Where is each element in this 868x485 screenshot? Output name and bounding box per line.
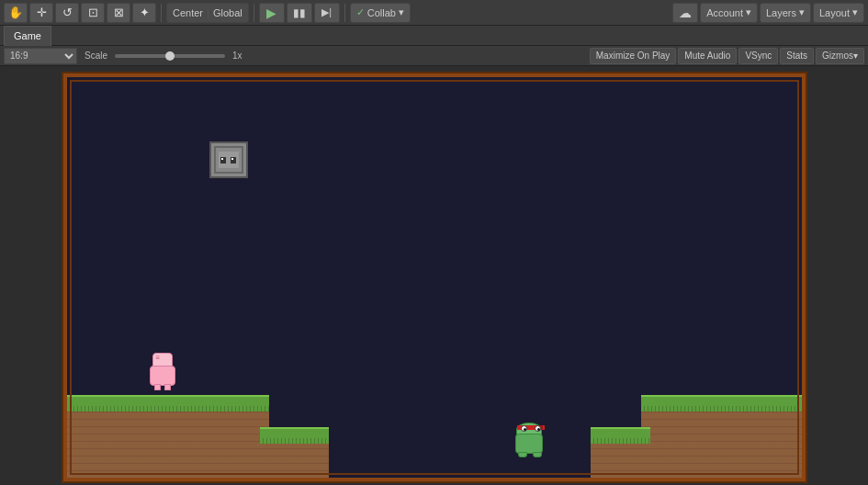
platform-left-float-grass [260, 427, 329, 444]
gizmos-label: Gizmos [822, 51, 853, 61]
enemy-eyes [521, 425, 541, 432]
right-controls: Maximize On Play Mute Audio VSync Stats … [590, 48, 864, 64]
pivot-group: Center | Global [166, 3, 249, 23]
platform-left-float-dirt [260, 444, 329, 478]
account-dropdown[interactable]: Account ▾ [700, 3, 758, 23]
pause-button[interactable]: ▮▮ [287, 3, 312, 23]
enemy-right-leg [533, 452, 542, 457]
aspect-ratio-select[interactable]: 16:9 4:3 Free Aspect [4, 48, 77, 64]
chest-right-eye [231, 157, 236, 164]
play-button[interactable]: ▶ [259, 3, 285, 23]
stats-button[interactable]: Stats [780, 48, 814, 64]
maximize-label: Maximize On Play [596, 51, 671, 61]
layout-dropdown[interactable]: Layout ▾ [813, 3, 864, 23]
enemy-character [515, 434, 545, 461]
separator-2 [254, 4, 254, 22]
custom-editor-button[interactable]: ✦ [132, 3, 156, 23]
layout-arrow-icon: ▾ [852, 6, 858, 18]
player-right-leg [164, 384, 171, 390]
collab-arrow-icon: ▾ [399, 6, 404, 18]
move-tool-button[interactable]: ✛ [29, 3, 53, 23]
game-canvas[interactable] [63, 73, 806, 481]
mute-label: Mute Audio [684, 51, 730, 61]
platform-right-grass [641, 395, 802, 412]
platform-left-grass [67, 395, 269, 412]
account-label: Account [706, 7, 743, 18]
separator-1 [161, 4, 162, 22]
layout-label: Layout [819, 7, 850, 18]
scale-tool-button[interactable]: ⊠ [107, 3, 130, 23]
player-body [150, 366, 175, 386]
collab-label: Collab [367, 7, 396, 18]
maximize-on-play-button[interactable]: Maximize On Play [590, 48, 677, 64]
resize-handle[interactable] [791, 467, 802, 478]
center-option[interactable]: Center [171, 7, 205, 18]
enemy-right-eye [535, 425, 541, 432]
game-tab-label: Game [14, 30, 41, 41]
platform-right-float [591, 427, 650, 478]
platform-right-float-dirt [591, 444, 650, 478]
platform-left-dirt [67, 412, 269, 478]
main-toolbar: ✋ ✛ ↺ ⊡ ⊠ ✦ Center | Global ▶ ▮▮ ▶| ✓ Co… [0, 0, 868, 26]
scale-slider[interactable] [115, 54, 225, 58]
player-character [150, 366, 175, 395]
platform-right-dirt [641, 412, 802, 478]
enemy-left-leg [518, 452, 527, 457]
scale-label: Scale [85, 51, 107, 61]
platform-left-float [260, 427, 329, 478]
game-viewport [0, 66, 868, 485]
game-controls-bar: 16:9 4:3 Free Aspect Scale 1x Maximize O… [0, 46, 868, 66]
player-legs [154, 384, 171, 390]
separator-3 [344, 4, 345, 22]
layers-dropdown[interactable]: Layers ▾ [760, 3, 811, 23]
cloud-button[interactable]: ☁ [672, 3, 698, 23]
scale-value: 1x [232, 51, 242, 61]
global-option[interactable]: Global [211, 7, 244, 18]
rect-transform-button[interactable]: ⊡ [81, 3, 105, 23]
platform-right-float-grass [591, 427, 650, 444]
account-arrow-icon: ▾ [746, 6, 751, 18]
collab-dropdown[interactable]: ✓ Collab ▾ [350, 3, 411, 23]
player-left-leg [154, 384, 161, 390]
enemy-body [515, 434, 543, 454]
game-tabbar: Game [0, 26, 868, 46]
layers-label: Layers [766, 7, 796, 18]
vsync-button[interactable]: VSync [738, 48, 778, 64]
enemy-legs [518, 452, 542, 457]
stats-label: Stats [786, 51, 807, 61]
chest-object [209, 141, 248, 178]
collab-check-icon: ✓ [356, 6, 365, 18]
platform-left [67, 395, 269, 478]
platform-right [641, 395, 802, 478]
chest-face [219, 152, 239, 168]
rotate-tool-button[interactable]: ↺ [55, 3, 79, 23]
enemy-left-eye [521, 425, 527, 432]
gizmos-arrow-icon: ▾ [853, 51, 858, 61]
scale-thumb [165, 51, 175, 61]
mute-audio-button[interactable]: Mute Audio [678, 48, 737, 64]
vsync-label: VSync [745, 51, 772, 61]
gizmos-button[interactable]: Gizmos ▾ [816, 48, 864, 64]
hand-tool-button[interactable]: ✋ [4, 3, 28, 23]
chest-left-eye [220, 157, 226, 164]
layers-arrow-icon: ▾ [799, 6, 805, 18]
step-button[interactable]: ▶| [314, 3, 340, 23]
chest-box [209, 141, 248, 178]
game-tab[interactable]: Game [4, 26, 51, 46]
